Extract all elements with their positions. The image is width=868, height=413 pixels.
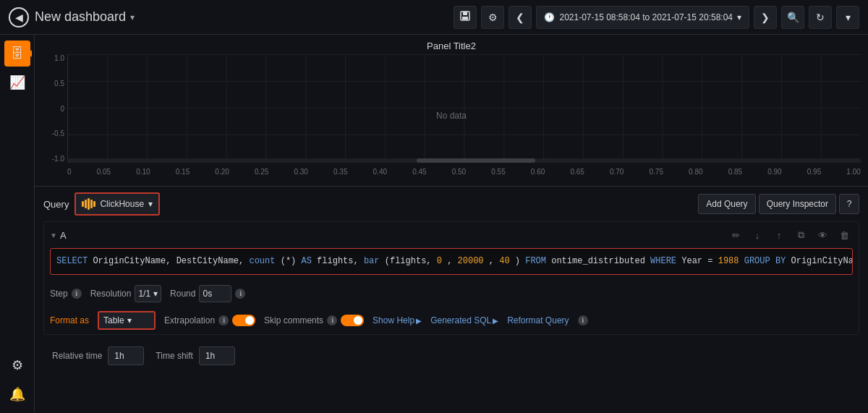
query-editor: Query ClickHouse ▾ Add Qu [35,187,868,413]
ds-bar-3 [88,198,90,210]
sql-num1: 0 [437,256,442,266]
x-label: 0.15 [176,168,190,176]
generated-sql-button[interactable]: Generated SQL ▶ [430,315,498,325]
time-shift-value[interactable]: 1h [199,346,235,365]
dashboard-title[interactable]: New dashboard ▾ [35,9,135,25]
sql-as-kw: AS [302,256,312,266]
settings-button[interactable]: ⚙ [481,6,504,29]
format-value: Table [103,315,124,325]
chart-grid [67,54,861,163]
reformat-text: Reformat Query [507,315,569,325]
query-header-right: Add Query Query Inspector ? [698,194,859,214]
ds-bar-1 [82,201,84,207]
move-up-button[interactable]: ↑ [770,226,788,244]
save-button[interactable] [454,6,477,29]
step-info-icon[interactable]: ℹ [72,289,82,299]
datasource-selector[interactable]: ClickHouse ▾ [75,192,160,216]
round-info-icon[interactable]: ℹ [235,289,245,299]
relative-time-value[interactable]: 1h [108,346,144,365]
add-query-button[interactable]: Add Query [698,194,755,214]
ds-bar-2 [85,200,87,208]
query-section-header: ▼ A ✏ ↓ ↑ ⧉ [44,222,859,248]
scrollbar-thumb[interactable] [417,158,536,163]
sql-comma1: , [447,256,457,266]
round-group: Round 0s ℹ [170,285,245,302]
clickhouse-icon [82,198,95,210]
query-inspector-button[interactable]: Query Inspector [759,194,836,214]
x-label: 0.40 [373,168,387,176]
chart-svg [68,54,861,162]
chart-scrollbar[interactable] [67,158,861,163]
show-help-text: Show Help [373,315,414,325]
sql-paren2: (flights, [385,256,437,266]
y-label-bottom: -1.0 [52,155,67,163]
x-label: 0.60 [531,168,545,176]
format-row: Format as Table ▾ Extrapolation ℹ Skip c… [44,307,859,334]
x-label: 0.35 [333,168,347,176]
skip-comments-info-icon[interactable]: ℹ [327,315,337,325]
back-button[interactable]: ◀ [9,7,29,27]
query-options: Step ℹ Resolution 1/1 ▾ Round 0s [44,281,859,307]
sidebar-item-settings[interactable]: ⚙ [4,352,30,378]
sql-editor[interactable]: SELECT OriginCityName, DestCityName, cou… [50,248,853,275]
sql-year: 1988 [718,256,739,266]
x-label: 0.45 [412,168,426,176]
sql-group-cols: OriginCityName, DestCityN [791,256,853,266]
extrapolation-toggle[interactable] [232,315,255,326]
move-down-button[interactable]: ↓ [749,226,766,244]
toggle-visibility-button[interactable]: 👁 [814,226,831,244]
round-label: Round [170,289,195,299]
ds-bar-4 [90,200,93,208]
extrapolation-info-icon[interactable]: ℹ [218,315,229,325]
refresh-button[interactable]: ↻ [809,6,832,29]
y-label-top: 1.0 [54,54,67,62]
sidebar-item-graph[interactable]: 📈 [4,69,30,95]
sql-count-fn: count [249,256,275,266]
resolution-select[interactable]: 1/1 ▾ [135,285,161,302]
skip-comments-toggle[interactable] [341,315,364,326]
query-label: Query [43,199,69,210]
pencil-icon: ✏ [732,230,740,241]
x-label: 0.25 [255,168,268,176]
refresh-dropdown-button[interactable]: ▾ [836,6,859,29]
format-dropdown-icon: ▾ [127,315,132,325]
resolution-label: Resolution [90,289,132,299]
sql-num2: 20000 [458,256,484,266]
next-time-button[interactable]: ❯ [754,6,777,29]
chart-container: 1.0 0.5 0 -0.5 -1.0 [35,54,868,177]
x-label: 0.75 [650,168,663,176]
prev-time-button[interactable]: ❮ [509,6,532,29]
delete-query-button[interactable]: 🗑 [835,226,853,244]
sql-bar-fn: bar [364,256,380,266]
format-select[interactable]: Table ▾ [98,311,156,330]
x-label: 0.10 [136,168,150,176]
chevron-down-icon[interactable]: ▼ [50,231,57,239]
reformat-info-icon[interactable]: ℹ [578,315,588,325]
arrow-up-icon: ↑ [777,230,782,241]
edit-query-button[interactable]: ✏ [727,226,744,244]
save-icon [459,10,471,24]
clock-icon: 🕐 [544,12,555,22]
refresh-dropdown-icon: ▾ [846,12,851,23]
sql-group-kw: GROUP BY [744,256,786,266]
duplicate-button[interactable]: ⧉ [792,226,809,244]
question-mark-icon: ? [847,199,852,209]
arrow-down-icon: ↓ [755,230,760,241]
sql-where-kw: WHERE [650,256,676,266]
sidebar-item-alerts[interactable]: 🔔 [4,381,30,407]
reformat-query-button[interactable]: Reformat Query [507,315,569,325]
time-range-button[interactable]: 🕐 2021-07-15 08:58:04 to 2021-07-15 20:5… [536,6,749,29]
x-label: 0.90 [767,168,781,176]
relative-time-group: Relative time 1h [52,346,144,365]
section-title: ▼ A [50,230,67,241]
help-button[interactable]: ? [839,194,859,214]
zoom-button[interactable]: 🔍 [781,6,804,29]
x-label: 0.55 [491,168,505,176]
sql-comma2: , [489,256,499,266]
y-axis: 1.0 0.5 0 -0.5 -1.0 [42,54,67,163]
show-help-button[interactable]: Show Help ▶ [373,315,422,325]
skip-comments-group: Skip comments ℹ [264,315,364,326]
sidebar-item-database[interactable]: 🗄 [4,41,30,67]
round-select[interactable]: 0s [199,285,231,302]
gear-sidebar-icon: ⚙ [12,357,23,373]
